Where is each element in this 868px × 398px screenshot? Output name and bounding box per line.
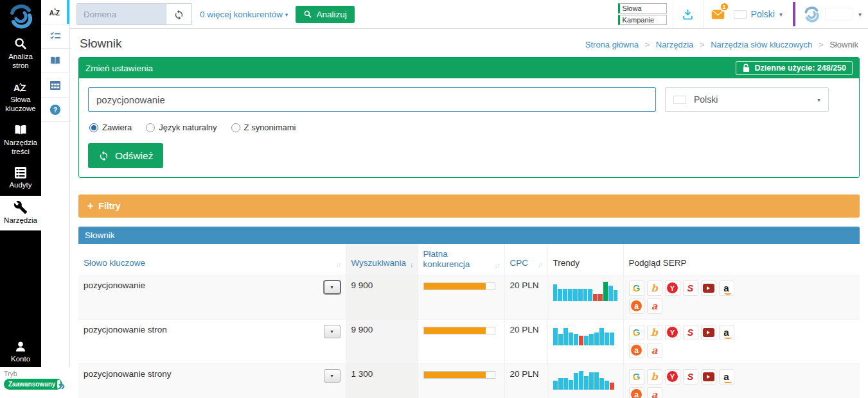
serp-google-icon[interactable]: G	[629, 325, 644, 340]
trend-mini-chart	[553, 281, 618, 301]
serp-seznam-icon[interactable]: S	[683, 325, 698, 340]
trend-bar	[553, 284, 558, 301]
serp-amazon-icon[interactable]: a	[719, 325, 734, 340]
serp-ceneo-icon[interactable]: a	[647, 343, 662, 358]
polish-flag-icon	[734, 10, 747, 19]
sidebar-item-label: Konto	[1, 354, 40, 363]
serp-google-icon[interactable]: G	[629, 281, 644, 296]
advanced-mode-toggle[interactable]: Zaawansowany	[4, 379, 62, 390]
column-header-searches[interactable]: Wyszukiwania↓	[346, 244, 418, 275]
words-button[interactable]: Słowa	[618, 3, 667, 13]
trend-bar	[563, 378, 568, 390]
serp-seznam-icon[interactable]: S	[683, 369, 698, 385]
trend-bar	[584, 376, 589, 390]
subsidebar-item-help[interactable]: ?	[41, 98, 69, 122]
subsidebar-item-dictionary-book[interactable]	[41, 49, 69, 73]
topbar: 0 więcej konkurentów ▾ Analizuj Słowa Ka…	[70, 0, 868, 29]
keyword-actions-dropdown[interactable]: ▾	[324, 369, 341, 383]
sidebar-item-audyty[interactable]: Audyty	[0, 162, 41, 195]
column-header-trends: Trendy	[547, 244, 623, 275]
sidebar-item-label: Audyty	[1, 180, 40, 189]
trend-bar	[578, 289, 583, 301]
serp-youtube-icon[interactable]	[701, 325, 716, 340]
divider	[703, 0, 704, 28]
domain-input[interactable]	[77, 4, 166, 24]
sidebar-item-slowa-kluczowe[interactable]: AZ Słowa kluczowe	[0, 76, 41, 119]
breadcrumb: Strona główna > Narzędzia > Narzędzia sł…	[585, 40, 858, 49]
language-switcher[interactable]: Polski ▾	[734, 9, 783, 19]
breadcrumb-tools[interactable]: Narzędzia	[656, 40, 694, 49]
column-header-cpc[interactable]: CPC↓↑	[504, 244, 547, 275]
column-label: Słowo kluczowe	[84, 258, 145, 268]
trend-bar	[558, 378, 563, 390]
keyword-query-input[interactable]	[88, 87, 656, 112]
messages-button[interactable]: 1	[709, 5, 727, 23]
breadcrumb-separator: >	[819, 40, 824, 49]
sidebar-item-narzedzia-tresci[interactable]: Narzędzia treści	[0, 119, 41, 162]
serp-yandex-icon[interactable]: Y	[665, 369, 680, 385]
radio-z-synonimami[interactable]: Z synonimami	[231, 123, 296, 132]
subsidebar-item-slownik[interactable]: AZ	[41, 0, 69, 24]
sidebar-item-narzedzia[interactable]: Narzędzia	[0, 196, 41, 230]
trend-bar	[563, 328, 568, 345]
radio-dot	[89, 123, 98, 132]
trend-bar	[598, 294, 603, 301]
serp-yandex-icon[interactable]: Y	[665, 325, 680, 340]
refresh-label: Odśwież	[115, 150, 153, 162]
sort-icon[interactable]: ↓↑	[336, 261, 341, 268]
campaigns-button[interactable]: Kampanie	[618, 15, 667, 25]
radio-zawiera[interactable]: Zawiera	[89, 123, 132, 132]
analyze-button[interactable]: Analizuj	[296, 6, 354, 23]
column-header-serp: Podgląd SERP	[623, 244, 860, 275]
serp-ceneo-icon[interactable]: a	[647, 298, 662, 314]
serp-seznam-icon[interactable]: S	[683, 281, 698, 296]
svg-text:?: ?	[53, 106, 58, 114]
breadcrumb-home[interactable]: Strona główna	[585, 40, 639, 49]
serp-allegro-icon[interactable]: a	[629, 298, 644, 314]
serp-google-icon[interactable]: G	[629, 369, 644, 385]
sidebar-item-konto[interactable]: Konto	[0, 336, 41, 367]
download-icon	[682, 8, 694, 21]
account-menu[interactable]: ▾	[803, 6, 862, 22]
paid-competition-bar	[423, 371, 495, 379]
trend-mini-chart	[553, 369, 618, 390]
subsidebar-item-lists[interactable]	[41, 24, 69, 49]
refresh-results-button[interactable]: Odśwież	[88, 143, 163, 168]
words-campaigns-switch: Słowa Kampanie	[618, 3, 667, 25]
sort-desc-icon[interactable]: ↓	[410, 261, 412, 268]
keyword-text: pozycjonowanie strony	[84, 369, 172, 379]
column-label: Płatna konkurencja	[423, 249, 492, 269]
sort-icon[interactable]: ↓↑	[495, 261, 499, 269]
serp-ceneo-icon[interactable]: a	[647, 387, 662, 398]
serp-bing-icon[interactable]: b	[647, 281, 662, 296]
serp-youtube-icon[interactable]	[701, 281, 716, 296]
main-content: Słownik Strona główna > Narzędzia > Narz…	[70, 29, 868, 398]
competitors-dropdown[interactable]: 0 więcej konkurentów ▾	[200, 10, 288, 19]
serp-youtube-icon[interactable]	[701, 369, 716, 385]
page-title: Słownik	[80, 37, 121, 51]
breadcrumb-keyword-tools[interactable]: Narzędzia słów kluczowych	[711, 40, 812, 49]
serp-bing-icon[interactable]: b	[647, 325, 662, 340]
app-logo[interactable]	[0, 0, 41, 32]
language-select[interactable]: Polski ▾	[665, 87, 829, 112]
serp-allegro-icon[interactable]: a	[629, 343, 644, 358]
sort-icon[interactable]: ↓↑	[538, 261, 542, 268]
serp-amazon-icon[interactable]: a	[719, 281, 734, 296]
sidebar-item-analiza-stron[interactable]: Analiza stron	[0, 32, 41, 76]
filters-toggle-bar[interactable]: + Filtry	[78, 195, 860, 218]
serp-preview-icons: GbYSaaa	[629, 281, 740, 314]
sidebar-item-label: Słowa kluczowe	[1, 95, 40, 114]
serp-bing-icon[interactable]: b	[647, 369, 662, 385]
collapse-sidebar-icon[interactable]: »	[58, 379, 65, 392]
serp-amazon-icon[interactable]: a	[719, 369, 734, 385]
column-header-paid-competition[interactable]: Płatna konkurencja↓↑	[418, 244, 504, 275]
radio-jezyk-naturalny[interactable]: Język naturalny	[146, 123, 217, 132]
keyword-actions-dropdown[interactable]: ▾	[324, 325, 341, 338]
serp-yandex-icon[interactable]: Y	[665, 281, 680, 296]
keyword-actions-dropdown[interactable]: ▾	[324, 281, 341, 294]
serp-allegro-icon[interactable]: a	[629, 387, 644, 398]
subsidebar-item-database[interactable]	[41, 73, 69, 98]
export-button[interactable]	[679, 5, 697, 23]
domain-refresh-button[interactable]	[166, 4, 191, 24]
column-header-keyword[interactable]: Słowo kluczowe↓↑	[78, 244, 346, 275]
